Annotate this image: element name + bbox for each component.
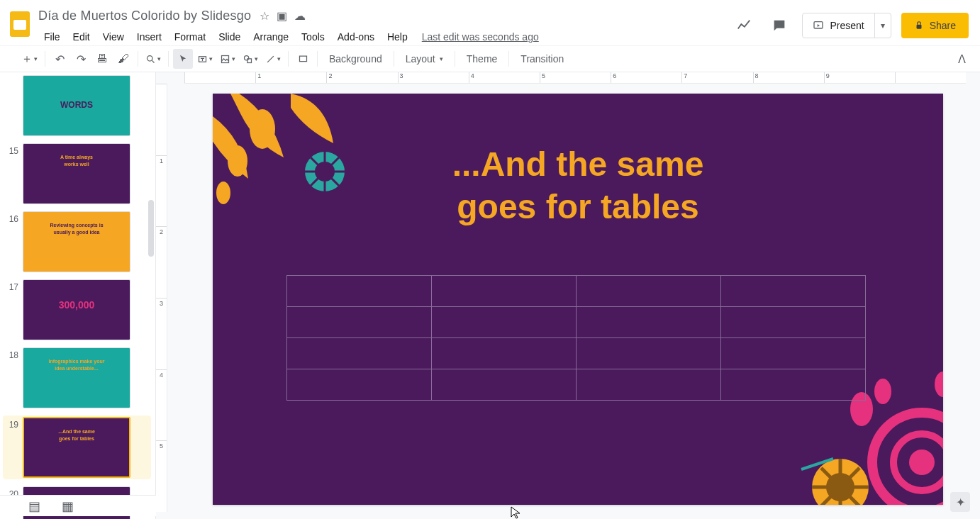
svg-point-19 [909,450,935,475]
new-slide-button[interactable]: ＋ [18,49,40,69]
present-button[interactable]: Present ▾ [802,13,891,38]
collapse-toolbar-icon[interactable]: ᐱ [951,50,973,69]
slide-thumbnail[interactable]: 15A time alwaysworks well [3,143,151,204]
transition-button[interactable]: Transition [513,49,571,69]
svg-point-22 [935,372,943,397]
table-cell[interactable] [287,369,432,401]
comments-icon[interactable] [767,13,792,38]
slide-number: 17 [3,279,23,340]
table-cell[interactable] [432,369,577,401]
theme-button[interactable]: Theme [460,49,505,69]
share-button[interactable]: Share [901,13,969,38]
table-cell[interactable] [577,276,721,307]
slides-logo[interactable] [6,10,34,38]
menu-help[interactable]: Help [382,28,413,45]
slide-number: 16 [3,211,23,272]
table-cell[interactable] [577,307,721,338]
table-cell[interactable] [577,369,721,401]
select-tool[interactable] [173,49,193,69]
slide-number: 15 [3,143,23,204]
slide-thumbnail[interactable]: 16Reviewing concepts isusually a good id… [3,211,151,272]
app-header: Día de Muertos Colorido by Slidesgo ☆ ▣ … [0,0,980,45]
activity-icon[interactable] [731,13,757,38]
svg-rect-4 [222,55,229,62]
svg-point-9 [228,145,247,177]
decoration-top-left [213,94,369,264]
paint-format-button[interactable]: 🖌 [113,49,133,69]
star-icon[interactable]: ☆ [260,9,269,23]
menu-add-ons[interactable]: Add-ons [332,28,380,45]
slide-thumbnail[interactable]: 17300,000 [3,279,151,340]
comment-tool[interactable] [293,49,313,69]
slide-thumbnail[interactable]: 18Infographics make youridea understable… [3,347,151,408]
main-area: WORDS15A time alwaysworks well16Reviewin… [0,72,980,519]
slide-thumbnail[interactable]: WORDS [3,75,151,136]
menu-tools[interactable]: Tools [296,28,330,45]
lock-icon [914,21,924,30]
menu-view[interactable]: View [97,28,130,45]
textbox-tool[interactable] [194,49,216,69]
table-cell[interactable] [432,307,577,338]
present-icon [813,20,824,31]
doc-title[interactable]: Día de Muertos Colorido by Slidesgo [38,9,251,23]
svg-point-2 [147,55,153,61]
menu-file[interactable]: File [38,28,66,45]
shape-tool[interactable] [240,49,261,69]
title-block: Día de Muertos Colorido by Slidesgo ☆ ▣ … [34,6,731,47]
table-cell[interactable] [721,307,866,338]
print-button[interactable]: 🖶 [92,49,112,69]
svg-point-10 [216,182,230,204]
svg-rect-1 [916,25,921,29]
toolbar: ＋ ↶ ↷ 🖶 🖌 Background Layout Theme Transi… [0,45,980,72]
menu-format[interactable]: Format [169,28,211,45]
svg-point-8 [250,109,275,149]
line-tool[interactable] [262,49,284,69]
table-cell[interactable] [721,276,866,307]
slide-thumbnail[interactable]: 19...And the samegoes for tables [3,415,151,479]
slide-table[interactable] [286,275,866,401]
slide-number: 19 [3,417,23,478]
ruler-horizontal: 123456789 [184,72,966,84]
slide-number: 18 [3,347,23,408]
menubar: FileEditViewInsertFormatSlideArrangeTool… [38,27,731,47]
slide-number [3,75,23,136]
grid-view-icon[interactable]: ▦ [62,498,74,514]
menu-insert[interactable]: Insert [131,28,167,45]
table-cell[interactable] [287,307,432,338]
filmstrip-view-icon[interactable]: ▤ [28,498,40,514]
slide-canvas[interactable]: ...And the same goes for tables [213,94,943,505]
move-icon[interactable]: ▣ [277,9,287,23]
last-edit-link[interactable]: Last edit was seconds ago [422,31,539,43]
header-actions: Present ▾ Share [731,13,969,38]
explore-button[interactable]: ✦ [950,492,970,512]
ruler-vertical: 12345 [156,84,167,512]
table-cell[interactable] [432,338,577,369]
image-tool[interactable] [217,49,238,69]
redo-button[interactable]: ↷ [71,49,91,69]
cloud-icon[interactable]: ☁ [294,9,306,23]
table-cell[interactable] [721,369,866,401]
title-icons: ☆ ▣ ☁ [260,9,306,23]
filmstrip[interactable]: WORDS15A time alwaysworks well16Reviewin… [0,72,156,519]
menu-arrange[interactable]: Arrange [247,28,294,45]
undo-button[interactable]: ↶ [50,49,69,69]
layout-button[interactable]: Layout [399,49,450,69]
slide-title[interactable]: ...And the same goes for tables [452,143,704,228]
present-dropdown[interactable]: ▾ [874,13,891,38]
menu-slide[interactable]: Slide [213,28,246,45]
menu-edit[interactable]: Edit [67,28,96,45]
table-cell[interactable] [287,338,432,369]
zoom-button[interactable] [143,49,164,69]
canvas-area: 123456789 12345 [156,72,980,519]
table-cell[interactable] [577,338,721,369]
view-switcher: ▤ ▦ [0,495,156,516]
filmstrip-scrollbar[interactable] [148,200,154,257]
background-button[interactable]: Background [322,49,389,69]
svg-point-5 [245,55,249,60]
table-cell[interactable] [432,276,577,307]
svg-rect-7 [299,56,306,62]
table-cell[interactable] [721,338,866,369]
svg-point-21 [874,379,891,404]
table-cell[interactable] [287,276,432,307]
mouse-cursor-icon [511,506,520,519]
